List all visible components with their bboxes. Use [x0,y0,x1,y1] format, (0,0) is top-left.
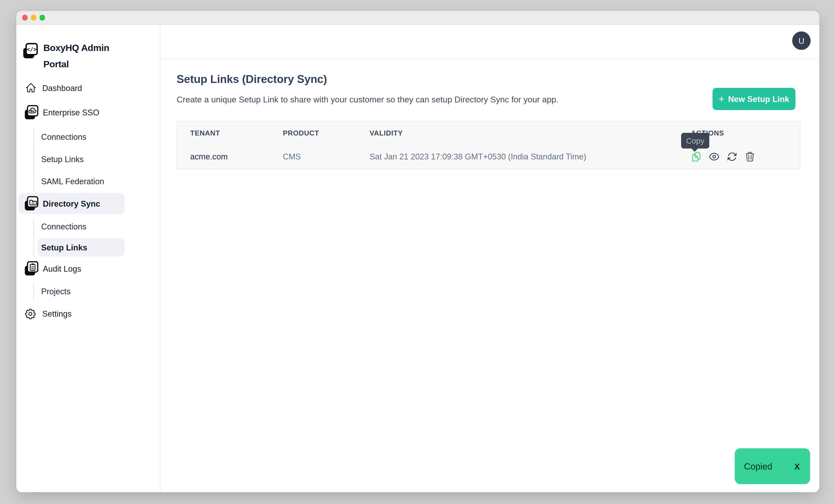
sidebar-item-label: Dashboard [42,83,82,92]
app-body: </> BoxyHQ Admin Portal Dashboard [16,25,819,492]
sidebar-item-label: Settings [42,309,72,318]
sidebar-subitem-dsync-connections[interactable]: Connections [41,221,86,231]
toast-message: Copied [744,461,772,471]
sidebar-subitem-sso-connections[interactable]: Connections [41,132,86,142]
submenu-guide-line [33,127,34,191]
user-avatar[interactable]: U [792,32,810,50]
sidebar-subitem-sso-setup-links[interactable]: Setup Links [41,154,84,165]
app-logo[interactable]: </> BoxyHQ Admin Portal [22,40,111,72]
sidebar-item-audit-logs[interactable]: Audit Logs [24,260,81,277]
sidebar-subitem-label: Setup Links [41,243,87,252]
copy-tooltip-arrow [692,148,698,152]
submenu-guide-line [33,219,34,257]
directory-folder-sync-icon [24,196,38,211]
column-header-product: PRODUCT [283,121,319,145]
sidebar-item-label: Directory Sync [43,199,100,208]
page-title: Setup Links (Directory Sync) [177,73,327,86]
screen: </> BoxyHQ Admin Portal Dashboard [0,0,835,504]
window-close-button[interactable] [22,15,27,20]
main-content: U Setup Links (Directory Sync) Create a … [161,25,819,492]
boxyhq-logo-icon: </> [22,42,38,60]
toast-close-button[interactable]: X [794,462,800,471]
copy-tooltip: Copy [681,133,709,148]
app-window: </> BoxyHQ Admin Portal Dashboard [16,11,819,492]
sidebar-subitem-projects[interactable]: Projects [41,286,70,297]
sidebar-subitem-dsync-setup-links[interactable]: Setup Links [37,238,124,256]
sidebar: </> BoxyHQ Admin Portal Dashboard [16,25,161,492]
app-title: BoxyHQ Admin Portal [43,40,111,72]
page-description: Create a unique Setup Link to share with… [177,95,558,105]
window-titlebar [16,11,819,25]
column-header-validity: VALIDITY [369,121,403,145]
sidebar-item-label: Audit Logs [43,264,81,273]
copied-toast: Copied X [735,448,810,484]
plus-icon: + [718,94,724,104]
sidebar-item-directory-sync[interactable]: Directory Sync [18,193,124,214]
cell-validity: Sat Jan 21 2023 17:09:38 GMT+0530 (India… [369,145,586,168]
delete-trash-icon[interactable] [745,151,755,162]
svg-text:</>: </> [26,46,37,53]
top-header-bar: U [161,25,819,59]
cell-product: CMS [283,145,301,168]
column-header-tenant: TENANT [190,121,220,145]
regenerate-refresh-icon[interactable] [727,151,737,162]
sidebar-item-settings[interactable]: Settings [24,307,72,320]
sso-cloud-key-icon [24,104,38,120]
window-zoom-button[interactable] [39,15,45,20]
gear-icon [24,308,36,320]
avatar-initial: U [798,36,805,45]
new-setup-link-button[interactable]: + New Setup Link [713,88,795,110]
sidebar-item-enterprise-sso[interactable]: Enterprise SSO [24,104,99,120]
sidebar-item-label: Enterprise SSO [43,107,99,117]
cell-tenant: acme.com [190,145,228,168]
sidebar-item-dashboard[interactable]: Dashboard [25,81,82,95]
sidebar-subitem-saml-federation[interactable]: SAML Federation [41,176,104,187]
copy-icon[interactable] [691,151,701,162]
clipboard-icon [24,261,38,276]
view-eye-icon[interactable] [709,151,719,162]
home-icon [25,82,36,93]
submenu-guide-line [33,282,34,300]
new-setup-link-label: New Setup Link [728,94,789,103]
window-minimize-button[interactable] [30,15,36,20]
